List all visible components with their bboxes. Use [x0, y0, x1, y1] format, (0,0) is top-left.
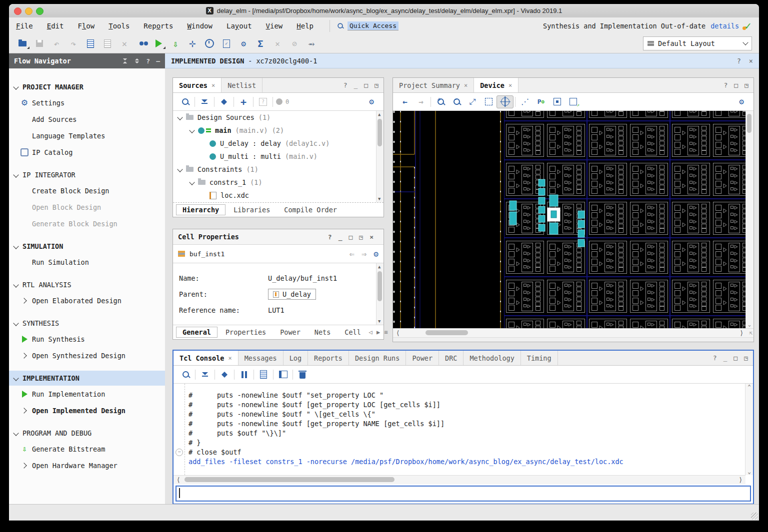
menu-tools[interactable]: Tools	[102, 22, 136, 30]
menu-icon[interactable]: ≡	[384, 329, 388, 336]
flow-item-language-templates[interactable]: Language Templates	[9, 127, 165, 144]
flow-section-header[interactable]: SYNTHESIS	[9, 316, 165, 331]
clear-trash-icon[interactable]	[294, 369, 310, 381]
menu-edit[interactable]: Edit	[40, 22, 71, 30]
maximize-icon[interactable]: □	[734, 354, 738, 362]
redo-button[interactable]: ↷	[65, 37, 82, 50]
routing-resources-icon[interactable]: ⋰	[517, 96, 533, 108]
flow-section-header[interactable]: PROJECT MANAGER	[9, 79, 165, 94]
add-pblock-icon[interactable]: Po	[533, 96, 549, 108]
quick-access-search[interactable]: Quick Access	[330, 20, 398, 32]
tree-row[interactable]: main(main.v) (2)	[173, 124, 376, 137]
flow-item-create-block-design[interactable]: Create Block Design	[9, 182, 165, 199]
messages-badge[interactable]: 0	[274, 96, 290, 108]
minimize-icon[interactable]: _	[338, 233, 342, 241]
zoom-fit-icon[interactable]: ⤢	[464, 96, 480, 108]
console-output[interactable]: # puts -nonewline $outf "set_property LO…	[174, 384, 753, 475]
expand-all-icon[interactable]	[134, 58, 140, 64]
undo-button[interactable]: ↶	[48, 37, 65, 50]
tree-row[interactable]: constrs_1(1)	[173, 176, 376, 189]
search-icon[interactable]	[177, 96, 193, 108]
draw-pblock-icon[interactable]	[549, 96, 565, 108]
flow-item-open-synthesized-design[interactable]: Open Synthesized Design	[9, 347, 165, 364]
add-sources-icon[interactable]: +	[236, 96, 252, 108]
back-arrow-icon[interactable]: ←	[397, 96, 413, 108]
float-icon[interactable]: ◳	[359, 233, 363, 241]
minimize-icon[interactable]: —	[156, 57, 160, 65]
flow-item-add-sources[interactable]: Add Sources	[9, 111, 165, 127]
flow-section-header[interactable]: IP INTEGRATOR	[9, 167, 165, 182]
float-icon[interactable]: ◳	[744, 81, 748, 89]
console-tab-log[interactable]: Log	[284, 351, 308, 365]
console-tab-design-runs[interactable]: Design Runs	[349, 351, 406, 365]
close-icon[interactable]: ×	[370, 233, 374, 241]
menu-file[interactable]: File	[9, 22, 40, 30]
device-canvas[interactable]: ⌄	[393, 111, 754, 328]
save-button[interactable]	[31, 37, 48, 50]
sources-view-tab-hierarchy[interactable]: Hierarchy	[176, 204, 226, 215]
cell-drag-mode-icon[interactable]: ↗	[565, 96, 581, 108]
paste-button[interactable]	[99, 37, 116, 50]
device-hscrollbar[interactable]: ⟨ ⟩ ⇱	[393, 328, 754, 337]
menu-flow[interactable]: Flow	[70, 22, 102, 30]
report-table-icon[interactable]	[275, 369, 291, 381]
cell-properties-scrollbar[interactable]: ▲ ▼	[376, 263, 384, 325]
menu-reports[interactable]: Reports	[136, 22, 180, 30]
chevron-down-icon[interactable]	[189, 127, 194, 133]
resize-handle-icon[interactable]: ⇱	[749, 330, 752, 336]
float-icon[interactable]: ◳	[374, 81, 378, 89]
console-hscrollbar[interactable]: ⟨ ⟩	[174, 475, 746, 484]
elaborate-button[interactable]: ⊹	[184, 37, 201, 50]
settings-gear-icon[interactable]: ⚙	[364, 96, 380, 108]
flow-item-settings[interactable]: ⚙Settings	[9, 94, 165, 111]
cell-properties-tab-properties[interactable]: Properties	[220, 327, 272, 337]
search-icon[interactable]	[178, 369, 194, 381]
tree-row[interactable]: loc.xdc	[173, 189, 376, 202]
generate-bitstream-button[interactable]: ⇩	[167, 37, 184, 50]
close-icon[interactable]: ×	[508, 82, 512, 89]
flow-section-header[interactable]: SIMULATION	[9, 239, 165, 254]
next-arrow-icon[interactable]: ⇒	[362, 249, 366, 259]
close-window-button[interactable]	[14, 7, 22, 15]
collapse-all-icon[interactable]	[122, 58, 128, 64]
flow-section-header[interactable]: RTL ANALYSIS	[9, 277, 165, 292]
chevron-down-icon[interactable]	[177, 114, 182, 120]
cell-properties-tab-nets[interactable]: Nets	[308, 327, 337, 337]
menu-window[interactable]: Window	[180, 22, 220, 30]
menu-help[interactable]: Help	[290, 22, 320, 30]
flow-item-run-simulation[interactable]: Run Simulation	[9, 254, 165, 270]
open-project-button[interactable]	[14, 37, 31, 50]
zoom-window-button[interactable]	[36, 7, 44, 15]
console-tab-drc[interactable]: DRC	[439, 351, 464, 365]
console-tab-methodology[interactable]: Methodology	[464, 351, 520, 365]
find-button[interactable]	[133, 37, 150, 50]
console-tab-messages[interactable]: Messages	[238, 351, 284, 365]
close-icon[interactable]: ×	[228, 355, 232, 362]
cell-properties-tab-power[interactable]: Power	[274, 327, 306, 337]
console-tab-tcl-console[interactable]: Tcl Console×	[174, 351, 238, 365]
prev-arrow-icon[interactable]: ⇐	[350, 249, 354, 259]
maximize-icon[interactable]: □	[734, 81, 738, 89]
flow-item-ip-catalog[interactable]: IP Catalog	[9, 144, 165, 160]
page-right-icon[interactable]: ▶	[376, 329, 380, 336]
run-button[interactable]	[150, 37, 167, 50]
flow-section-header[interactable]: PROGRAM AND DEBUG	[9, 426, 165, 441]
console-tab-reports[interactable]: Reports	[308, 351, 349, 365]
layout-selector[interactable]: Default Layout	[643, 36, 752, 50]
flow-item-open-elaborated-design[interactable]: Open Elaborated Design	[9, 292, 165, 309]
flow-section-header[interactable]: IMPLEMENTATION	[9, 371, 165, 386]
minimize-icon[interactable]: _	[724, 354, 728, 362]
settings-gear-button[interactable]: ⚙	[235, 37, 252, 50]
sources-tab-sources[interactable]: Sources×	[173, 78, 222, 92]
tree-row[interactable]: Design Sources(1)	[173, 111, 376, 124]
console-vscrollbar[interactable]: ⌃⌄	[745, 384, 753, 475]
copy-button[interactable]	[82, 37, 99, 50]
device-vscrollbar[interactable]: ⌄	[746, 111, 754, 328]
help-icon[interactable]: ?	[713, 354, 717, 362]
tcl-command-input[interactable]	[176, 486, 751, 502]
cell-properties-tab-general[interactable]: General	[176, 327, 218, 338]
device-tab-project-summary[interactable]: Project Summary×	[393, 78, 474, 92]
parent-cell-button[interactable]: U_delay	[268, 289, 316, 300]
report-sigma-button[interactable]: Σ	[252, 37, 269, 50]
maximize-icon[interactable]: □	[349, 233, 353, 241]
